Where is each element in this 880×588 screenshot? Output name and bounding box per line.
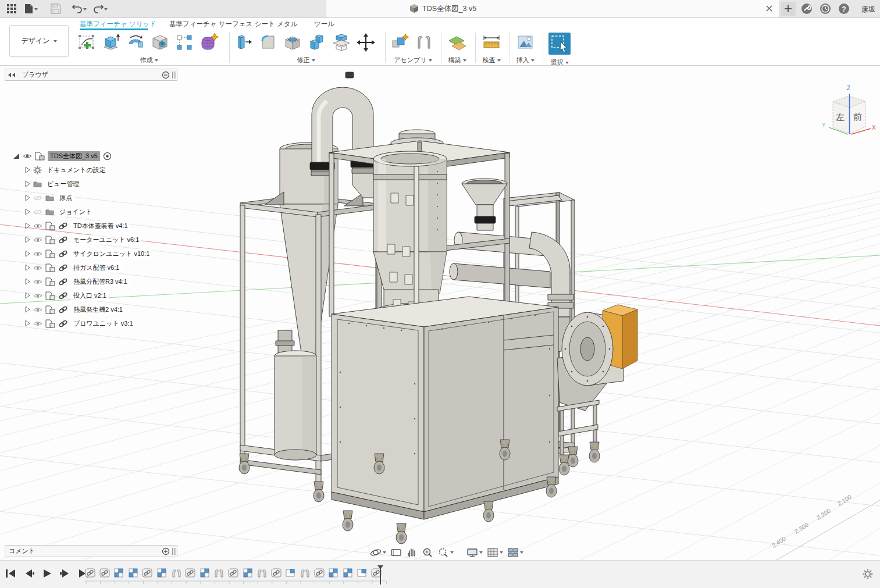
shell-icon[interactable] xyxy=(282,31,304,54)
timeline-item-checker[interactable] xyxy=(128,568,139,578)
component-label[interactable]: TD本体蓋装着 v4:1 xyxy=(71,221,130,231)
caret-right-icon[interactable] xyxy=(24,278,30,285)
tree-row-component[interactable]: ブロワユニット v3:1 xyxy=(5,316,152,330)
caret-right-icon[interactable] xyxy=(24,250,30,257)
component-label[interactable]: ブロワユニット v3:1 xyxy=(71,319,136,329)
group-label-assemble[interactable]: アセンブリ xyxy=(389,56,437,65)
caret-right-icon[interactable] xyxy=(24,320,30,327)
tab-tools[interactable]: ツール xyxy=(314,20,334,28)
timeline-item-link[interactable] xyxy=(185,568,196,578)
joint-icon[interactable] xyxy=(413,31,435,54)
app-grid-icon[interactable] xyxy=(6,3,17,15)
visibility-eye-off-icon[interactable] xyxy=(33,209,42,215)
timeline-step-forward-button[interactable] xyxy=(59,568,72,579)
undo-icon[interactable] xyxy=(71,3,87,17)
visibility-eye-icon[interactable] xyxy=(33,265,42,271)
view-cube[interactable]: 左 前 Z X Y xyxy=(817,74,878,141)
pattern-icon[interactable] xyxy=(173,31,195,54)
new-tab-button[interactable] xyxy=(781,2,796,16)
visibility-eye-icon[interactable] xyxy=(33,293,42,299)
folder-label[interactable]: 原点 xyxy=(57,193,74,203)
visibility-eye-icon[interactable] xyxy=(23,153,32,159)
create-sketch-icon[interactable] xyxy=(76,31,98,54)
group-label-construct[interactable]: 構築 xyxy=(444,56,470,65)
help-icon[interactable]: ? xyxy=(838,3,850,15)
tree-row-component[interactable]: 熱風分配管R3 v4:1 xyxy=(5,275,152,288)
folder-label[interactable]: ビュー管理 xyxy=(45,179,82,189)
save-icon[interactable] xyxy=(50,3,62,15)
tree-row-component[interactable]: サイクロンユニット v10:1 xyxy=(5,247,152,261)
timeline-go-start-button[interactable] xyxy=(5,568,17,579)
job-status-icon[interactable] xyxy=(801,3,813,15)
collapse-panel-icon[interactable] xyxy=(8,72,16,78)
caret-right-icon[interactable] xyxy=(24,292,30,299)
timeline-item-link[interactable] xyxy=(271,568,282,578)
redo-icon[interactable] xyxy=(92,3,108,17)
revolve-icon[interactable] xyxy=(124,31,147,54)
viewcube-face-left[interactable]: 左 xyxy=(836,112,845,122)
tree-row-folder[interactable]: 原点 xyxy=(5,191,152,205)
timeline-item-joint[interactable] xyxy=(213,568,225,578)
viewcube-face-front[interactable]: 前 xyxy=(853,112,862,122)
caret-right-icon[interactable] xyxy=(24,306,30,313)
caret-right-icon[interactable] xyxy=(24,236,30,243)
timeline-item-link[interactable] xyxy=(314,568,325,578)
timeline-item-checker[interactable] xyxy=(156,568,168,578)
timeline-item-joint[interactable] xyxy=(300,568,311,578)
component-label[interactable]: モーターユニット v6:1 xyxy=(71,235,141,245)
component-label[interactable]: 熱風発生機2 v4:1 xyxy=(71,305,125,315)
tree-row-component[interactable]: モーターユニット v6:1 xyxy=(5,233,152,247)
visibility-eye-icon[interactable] xyxy=(33,251,42,257)
timeline-item-flag[interactable] xyxy=(357,568,368,578)
timeline-playhead[interactable] xyxy=(377,565,384,585)
zoom-icon[interactable] xyxy=(422,547,433,558)
form-icon[interactable] xyxy=(198,31,220,54)
select-tool-icon[interactable] xyxy=(547,31,572,56)
component-label[interactable]: 投入口 v2:1 xyxy=(71,291,109,301)
combine-icon[interactable] xyxy=(306,31,328,54)
display-settings-icon[interactable] xyxy=(466,547,483,558)
tree-row-component[interactable]: 投入口 v2:1 xyxy=(5,288,152,302)
measure-icon[interactable] xyxy=(480,31,503,54)
user-name[interactable]: 康坂 xyxy=(861,5,875,15)
group-label-create[interactable]: 作成 xyxy=(76,56,222,65)
construct-plane-icon[interactable] xyxy=(446,31,468,54)
viewport-3d[interactable]: 2,100 2,200 2,300 2,400 左 前 Z X Y ブラウザ xyxy=(0,65,880,560)
grid-settings-icon[interactable] xyxy=(487,547,503,558)
group-label-select[interactable]: 選択 xyxy=(546,58,573,67)
move-icon[interactable] xyxy=(355,31,377,54)
visibility-eye-icon[interactable] xyxy=(33,307,42,313)
timeline-item-link[interactable] xyxy=(228,568,239,578)
comment-panel-header[interactable]: コメント xyxy=(5,545,177,557)
timeline-item-checker[interactable] xyxy=(328,568,339,578)
group-label-insert[interactable]: 挿入 xyxy=(512,56,538,65)
activate-component-radio[interactable] xyxy=(103,152,112,161)
timeline-item-checker[interactable] xyxy=(199,568,211,578)
look-at-icon[interactable] xyxy=(390,547,402,558)
browser-panel-header[interactable]: ブラウザ xyxy=(5,69,177,81)
tree-row-root[interactable]: TDS全体図_3 v5 xyxy=(5,149,152,163)
visibility-eye-icon[interactable] xyxy=(33,223,42,229)
caret-right-icon[interactable] xyxy=(24,222,30,229)
timeline-item-joint[interactable] xyxy=(256,568,268,578)
tab-sheet-metal[interactable]: シート メタル xyxy=(255,20,298,28)
visibility-eye-icon[interactable] xyxy=(33,320,42,327)
visibility-eye-icon[interactable] xyxy=(33,279,42,285)
timeline-item-link[interactable] xyxy=(85,568,96,578)
tree-row-folder[interactable]: ドキュメントの設定 xyxy=(5,163,152,177)
folder-label[interactable]: ジョイント xyxy=(57,207,94,217)
root-component-label[interactable]: TDS全体図_3 v5 xyxy=(48,151,100,161)
panel-grip[interactable] xyxy=(172,72,176,79)
timeline-item-checker[interactable] xyxy=(343,568,354,578)
expand-panel-plus-icon[interactable] xyxy=(162,547,170,555)
component-label[interactable]: 排ガス配管 v6:1 xyxy=(71,263,122,273)
close-tab-icon[interactable] xyxy=(764,3,774,15)
timeline-item-joint[interactable] xyxy=(171,568,182,578)
split-body-icon[interactable] xyxy=(330,31,352,54)
visibility-eye-icon[interactable] xyxy=(33,237,42,243)
insert-canvas-icon[interactable] xyxy=(514,31,536,54)
expand-arrow-icon[interactable] xyxy=(13,153,20,159)
caret-right-icon[interactable] xyxy=(24,264,30,271)
group-label-modify[interactable]: 修正 xyxy=(233,56,379,65)
model-3d[interactable] xyxy=(239,72,637,544)
